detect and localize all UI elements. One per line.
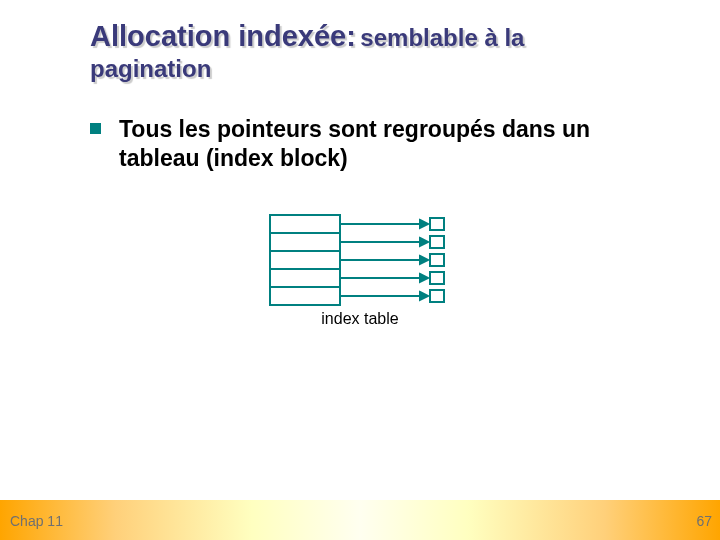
svg-marker-10: [420, 256, 428, 264]
bullet-icon: [90, 123, 101, 134]
diagram-caption: index table: [0, 310, 720, 328]
svg-rect-17: [430, 254, 444, 266]
svg-marker-14: [420, 292, 428, 300]
title-line2: pagination: [90, 55, 660, 83]
bullet-item: Tous les pointeurs sont regroupés dans u…: [90, 115, 650, 173]
svg-rect-1: [270, 233, 340, 251]
svg-marker-6: [420, 220, 428, 228]
svg-rect-15: [430, 218, 444, 230]
svg-rect-3: [270, 269, 340, 287]
footer-bar: [0, 500, 720, 540]
body: Tous les pointeurs sont regroupés dans u…: [90, 115, 650, 173]
footer-chapter: Chap 11: [10, 513, 63, 529]
svg-rect-4: [270, 287, 340, 305]
footer-page-number: 67: [696, 513, 712, 529]
title-sub: semblable à la: [360, 24, 524, 51]
svg-rect-2: [270, 251, 340, 269]
svg-marker-12: [420, 274, 428, 282]
svg-rect-19: [430, 290, 444, 302]
slide: Allocation indexée: semblable à la pagin…: [0, 0, 720, 540]
svg-marker-8: [420, 238, 428, 246]
bullet-text: Tous les pointeurs sont regroupés dans u…: [119, 115, 650, 173]
title-main: Allocation indexée:: [90, 20, 356, 52]
svg-rect-16: [430, 236, 444, 248]
slide-title: Allocation indexée: semblable à la pagin…: [90, 20, 660, 83]
diagram-svg: [260, 210, 460, 320]
svg-rect-0: [270, 215, 340, 233]
svg-rect-18: [430, 272, 444, 284]
